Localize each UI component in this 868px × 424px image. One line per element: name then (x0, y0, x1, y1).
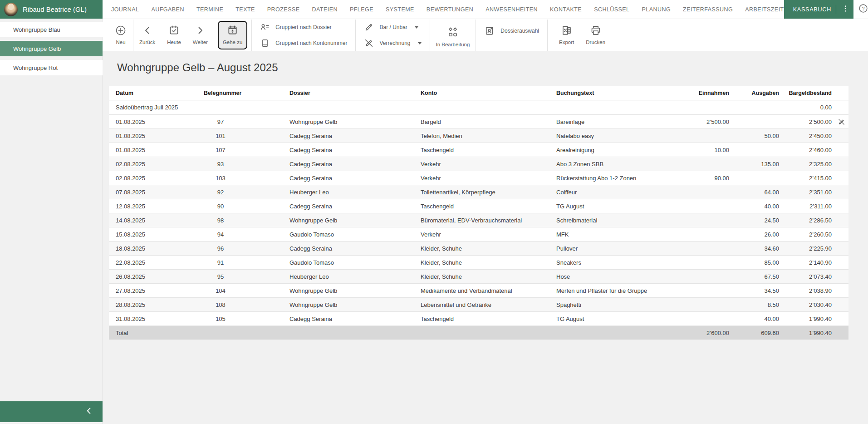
bar-unbar-dropdown[interactable]: Bar / Unbar (364, 22, 421, 32)
sidebar-item-wohngruppe-rot[interactable]: Wohngruppe Rot (0, 60, 103, 75)
nav-item-termine[interactable]: TERMINE (196, 6, 223, 13)
back-button[interactable]: Zurück (133, 20, 161, 51)
table-row[interactable]: 02.08.202593Cadegg SerainaVerkehrAbo 3 Z… (109, 157, 848, 171)
nav-item-journal[interactable]: JOURNAL (111, 6, 139, 13)
cell-konto: Kleider, Schuhe (414, 273, 549, 280)
cell-einnahmen: 2’500.00 (694, 118, 731, 125)
cell-bestand: 2’450.00 (781, 133, 834, 139)
header-cell-datum: Datum (109, 90, 197, 96)
forward-button[interactable]: Weiter (187, 20, 214, 51)
sidebar-item-wohngruppe-gelb[interactable]: Wohngruppe Gelb (0, 41, 103, 56)
cell-text: Abo 3 Zonen SBB (549, 161, 694, 168)
cell-datum: 22.08.2025 (109, 259, 197, 266)
cell-beleg: 94 (197, 231, 283, 238)
cell-beleg: 104 (197, 287, 283, 294)
table-row[interactable]: 07.08.202592Heuberger LeoToilettenartike… (109, 185, 848, 199)
cell-text: Pullover (549, 245, 694, 252)
current-user[interactable]: Ribaud Beatrice (GL) (0, 0, 103, 19)
nav-item-kontakte[interactable]: KONTAKTE (550, 6, 582, 13)
cell-ausgaben: 26.00 (731, 231, 781, 238)
dossier-select-button[interactable]: Dossierauswahl (476, 25, 547, 36)
group-by-dossier-button[interactable]: Gruppiert nach Dossier (260, 22, 347, 32)
nav-item-bewertungen[interactable]: BEWERTUNGEN (427, 6, 473, 13)
cell-dossier: Cadegg Seraina (283, 133, 414, 139)
table-row[interactable]: 01.08.2025101Cadegg SerainaTelefon, Medi… (109, 128, 848, 143)
export-label: Export (559, 39, 574, 45)
cell-datum: 01.08.2025 (109, 133, 197, 139)
nav-item-schlüssel[interactable]: SCHLÜSSEL (594, 6, 629, 13)
cell-datum: 07.08.2025 (109, 189, 197, 196)
table-row[interactable]: 31.08.2025105Cadegg SerainaTaschengeldTG… (109, 311, 848, 325)
table-header-row: DatumBelegnummerDossierKontoBuchungstext… (109, 86, 848, 100)
cell-ausgaben: 85.00 (731, 259, 781, 266)
cell-dossier: Cadegg Seraina (283, 316, 414, 322)
nav-item-pflege[interactable]: PFLEGE (350, 6, 373, 13)
goto-button[interactable]: Gehe zu (218, 21, 247, 49)
person-list-icon (260, 22, 270, 32)
kebab-menu-icon[interactable] (841, 4, 850, 15)
header-cell-bestand: Bargeldbestand (781, 90, 834, 96)
user-avatar (4, 3, 18, 16)
in-progress-button[interactable]: In Bearbeitung (430, 20, 476, 51)
sidebar: Wohngruppe BlauWohngruppe GelbWohngruppe… (0, 19, 103, 424)
table-row[interactable]: 27.08.2025104Wohngruppe GelbMedikamente … (109, 283, 848, 297)
nav-item-anwesenheiten[interactable]: ANWESENHEITEN (485, 6, 538, 13)
nav-item-aufgaben[interactable]: AUFGABEN (152, 6, 184, 13)
back-label: Zurück (139, 39, 155, 45)
cell-beleg: 90 (197, 203, 283, 210)
nav-item-zeiterfassung[interactable]: ZEITERFASSUNG (683, 6, 733, 13)
print-button[interactable]: Drucken (580, 20, 611, 51)
table-row[interactable]: 15.08.202594Gaudolo TomasoVerkehrMFK26.0… (109, 227, 848, 241)
in-progress-label: In Bearbeitung (436, 42, 470, 47)
cell-datum: 14.08.2025 (109, 217, 197, 224)
button-divider (836, 5, 836, 14)
nav-item-prozesse[interactable]: PROZESSE (267, 6, 300, 13)
sidebar-collapse-button[interactable] (0, 401, 103, 422)
nav-item-dateien[interactable]: DATEIEN (312, 6, 338, 13)
cell-konto: Lebensmittel und Getränke (414, 301, 549, 308)
cell-dossier: Wohngruppe Gelb (283, 301, 414, 308)
today-button[interactable]: Heute (161, 20, 187, 51)
cell-dossier: Cadegg Seraina (283, 147, 414, 153)
cell-bestand: 2’460.00 (781, 147, 834, 153)
table-row[interactable]: 18.08.202596Cadegg SerainaKleider, Schuh… (109, 241, 848, 255)
group-by-account-button[interactable]: Gruppiert nach Kontonummer (260, 38, 347, 48)
help-button[interactable]: ? (853, 0, 868, 19)
cell-text: MFK (549, 231, 694, 238)
no-settlement-icon[interactable] (834, 118, 848, 126)
grouping-group: Gruppiert nach Dossier Gruppiert nach Ko… (252, 20, 355, 51)
table-row[interactable]: 14.08.202598Wohngruppe GelbBüromaterial,… (109, 213, 848, 227)
nav-item-planung[interactable]: PLANUNG (642, 6, 671, 13)
cell-dossier: Cadegg Seraina (283, 175, 414, 182)
calendar-goto-icon (227, 24, 238, 36)
table-row[interactable]: 01.08.2025107Cadegg SerainaTaschengeldAr… (109, 143, 848, 157)
nav-item-systeme[interactable]: SYSTEME (386, 6, 414, 13)
header-cell-ausgaben: Ausgaben (731, 90, 781, 96)
cell-beleg: 108 (197, 301, 283, 308)
table-row[interactable]: 12.08.202590Cadegg SerainaTaschengeldTG … (109, 199, 848, 213)
new-button[interactable]: Neu (108, 20, 133, 51)
cell-konto: Bargeld (414, 118, 549, 125)
cell-bestand: 2’038.90 (781, 287, 834, 294)
cell-text: Merfen und Pflaster für die Gruppe (549, 287, 694, 294)
cell-konto: Verkehr (414, 161, 549, 168)
table-row[interactable]: 02.08.2025103Cadegg SerainaVerkehrRücker… (109, 171, 848, 185)
table-row[interactable]: 22.08.202591Gaudolo TomasoKleider, Schuh… (109, 255, 848, 269)
table-row[interactable]: 28.08.2025108Wohngruppe GelbLebensmittel… (109, 297, 848, 311)
dossier-select-label: Dossierauswahl (500, 28, 539, 34)
table-row[interactable]: 26.08.202595Heuberger LeoKleider, Schuhe… (109, 269, 848, 283)
nav-item-arbeitszeit[interactable]: ARBEITSZEIT (745, 6, 784, 13)
nav-item-texte[interactable]: TEXTE (235, 6, 255, 13)
sidebar-item-wohngruppe-blau[interactable]: Wohngruppe Blau (0, 22, 103, 37)
verrechnung-dropdown[interactable]: Verrechnung (364, 38, 421, 48)
cell-text: TG August (549, 203, 694, 210)
cell-konto: Verkehr (414, 231, 549, 238)
topbar: Ribaud Beatrice (GL) JOURNALAUFGABENTERM… (0, 0, 868, 19)
kassabuch-button[interactable]: KASSABUCH (784, 0, 853, 19)
cell-dossier: Wohngruppe Gelb (283, 287, 414, 294)
table-row[interactable]: 01.08.202597Wohngruppe GelbBargeldBarein… (109, 114, 848, 128)
header-cell-text: Buchungstext (549, 90, 694, 96)
export-button[interactable]: Export (553, 20, 580, 51)
cell-ausgaben: 34.50 (731, 287, 781, 294)
printer-icon (590, 24, 602, 36)
